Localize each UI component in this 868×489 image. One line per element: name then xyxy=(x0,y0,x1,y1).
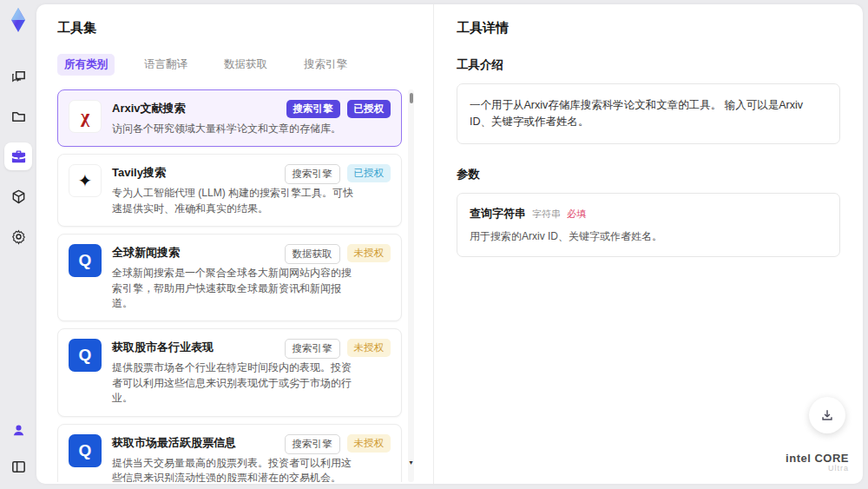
tool-name: 获取市场最活跃股票信息 xyxy=(112,434,278,451)
tool-card-tavily[interactable]: ✦ Tavily搜索 搜索引擎 已授权 专为人工智能代理 (LLM) 构建的搜索… xyxy=(57,154,402,227)
app-logo-icon[interactable] xyxy=(5,7,31,33)
tool-description: 访问各个研究领域大量科学论文和文章的存储库。 xyxy=(112,122,355,136)
tool-card-global-news[interactable]: Q 全球新闻搜索 数据获取 未授权 全球新闻搜索是一个聚合全球各大新闻网站内容的… xyxy=(57,234,402,321)
brand-line1: intel CORE xyxy=(786,453,849,465)
param-name: 查询字符串 xyxy=(470,206,526,221)
news-search-icon: Q xyxy=(69,244,102,277)
category-tabs: 所有类别 语言翻译 数据获取 搜索引擎 xyxy=(57,54,414,76)
intel-core-logo: intel CORE Ultra xyxy=(786,453,849,473)
chat-icon[interactable] xyxy=(4,63,32,90)
settings-gear-icon[interactable] xyxy=(4,222,32,250)
tool-description: 全球新闻搜索是一个聚合全球各大新闻网站内容的搜索引擎，帮助用户快速获取全球最新资… xyxy=(112,266,355,311)
tab-all-categories[interactable]: 所有类别 xyxy=(57,54,115,76)
auth-badge: 未授权 xyxy=(347,244,391,262)
list-scrollbar[interactable]: ▾ xyxy=(408,89,414,482)
category-badge: 搜索引擎 xyxy=(285,339,340,359)
tool-description: 提供股票市场各个行业在特定时间段内的表现。投资者可以利用这些信息来识别表现优于或… xyxy=(112,360,355,406)
tool-card-stock-sector[interactable]: Q 获取股市各行业表现 搜索引擎 未授权 提供股票市场各个行业在特定时间段内的表… xyxy=(57,328,402,416)
brand-line2: Ultra xyxy=(786,465,849,473)
tool-card-arxiv[interactable]: χ Arxiv文献搜索 搜索引擎 已授权 访问各个研究领域大量科学论文和文章的存… xyxy=(57,89,402,147)
parameter-item: 查询字符串 字符串 必填 用于搜索的Arxiv ID、关键字或作者姓名。 xyxy=(457,193,840,257)
tool-card-active-stocks[interactable]: Q 获取市场最活跃股票信息 搜索引擎 未授权 提供当天交易量最高的股票列表。投资… xyxy=(57,424,402,482)
tool-name: Tavily搜索 xyxy=(112,164,278,181)
left-rail xyxy=(0,0,36,489)
main-panel: 工具集 所有类别 语言翻译 数据获取 搜索引擎 χ Arxiv文献搜索 搜索引擎… xyxy=(36,4,863,484)
param-type: 字符串 xyxy=(532,208,561,221)
category-badge: 搜索引擎 xyxy=(285,164,340,184)
param-required-flag: 必填 xyxy=(567,208,586,221)
tool-name: 全球新闻搜索 xyxy=(112,244,278,261)
tavily-star-icon: ✦ xyxy=(69,164,102,197)
scrollbar-thumb[interactable] xyxy=(410,93,413,103)
tool-name: 获取股市各行业表现 xyxy=(112,339,278,355)
arxiv-icon: χ xyxy=(69,100,102,133)
auth-badge: 未授权 xyxy=(347,339,391,357)
folder-icon[interactable] xyxy=(4,102,32,130)
param-description: 用于搜索的Arxiv ID、关键字或作者姓名。 xyxy=(470,229,827,244)
intro-heading: 工具介绍 xyxy=(457,57,840,73)
auth-badge: 已授权 xyxy=(347,100,391,118)
scrollbar-down-arrow[interactable]: ▾ xyxy=(408,459,414,466)
package-icon[interactable] xyxy=(4,182,32,210)
category-badge: 搜索引擎 xyxy=(286,100,340,118)
stock-sector-icon: Q xyxy=(69,339,102,372)
tab-data-fetch[interactable]: 数据获取 xyxy=(217,54,274,76)
category-badge: 数据获取 xyxy=(285,244,340,264)
page-title: 工具集 xyxy=(57,20,414,36)
tool-name: Arxiv文献搜索 xyxy=(112,100,279,116)
tool-list: χ Arxiv文献搜索 搜索引擎 已授权 访问各个研究领域大量科学论文和文章的存… xyxy=(57,89,414,482)
tab-search-engine[interactable]: 搜索引擎 xyxy=(297,54,354,76)
auth-badge: 已授权 xyxy=(347,164,391,182)
toolbox-icon[interactable] xyxy=(4,142,32,170)
user-avatar-icon[interactable] xyxy=(4,416,32,444)
intro-text-box: 一个用于从Arxiv存储库搜索科学论文和文章的工具。 输入可以是Arxiv ID… xyxy=(457,83,840,144)
auth-badge: 未授权 xyxy=(347,434,391,453)
params-heading: 参数 xyxy=(457,167,840,182)
category-badge: 搜索引擎 xyxy=(285,434,340,454)
toolset-column: 工具集 所有类别 语言翻译 数据获取 搜索引擎 χ Arxiv文献搜索 搜索引擎… xyxy=(36,4,434,484)
tool-description: 专为人工智能代理 (LLM) 构建的搜索引擎工具。可快速提供实时、准确和真实的结… xyxy=(112,186,355,216)
tab-translation[interactable]: 语言翻译 xyxy=(137,54,194,76)
active-stock-icon: Q xyxy=(69,434,102,467)
tool-description: 提供当天交易量最高的股票列表。投资者可以利用这些信息来识别流动性强的股票和潜在的… xyxy=(112,456,355,482)
tool-detail-column: 工具详情 工具介绍 一个用于从Arxiv存储库搜索科学论文和文章的工具。 输入可… xyxy=(434,4,863,484)
collapse-panel-icon[interactable] xyxy=(4,453,32,480)
detail-title: 工具详情 xyxy=(457,20,840,36)
download-button[interactable] xyxy=(809,397,845,433)
